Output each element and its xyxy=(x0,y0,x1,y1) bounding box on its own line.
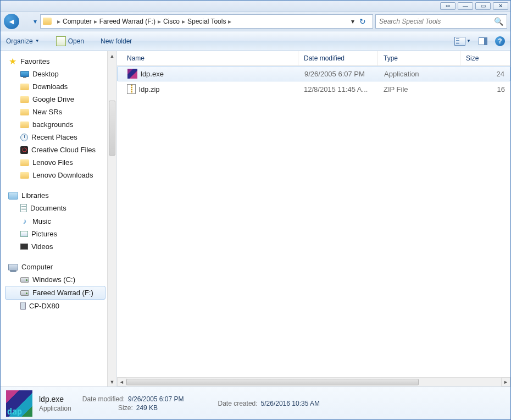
sidebar-item-label: Fareed Warrad (F:) xyxy=(32,289,93,297)
open-button[interactable]: Open xyxy=(56,36,84,46)
sidebar-item-label: Lenovo Downloads xyxy=(32,171,93,179)
sidebar-item-label: Downloads xyxy=(32,82,68,91)
sidebar-item-googledrive[interactable]: Google Drive xyxy=(5,93,116,106)
libraries-label: Libraries xyxy=(21,191,49,200)
preview-pane-button[interactable] xyxy=(479,37,487,45)
sidebar-item-lenovofiles[interactable]: Lenovo Files xyxy=(5,156,116,169)
scroll-track[interactable] xyxy=(126,378,501,386)
sidebar-item-label: Pictures xyxy=(31,230,57,238)
scroll-up-icon[interactable]: ▲ xyxy=(108,51,116,60)
file-size: 24 xyxy=(461,70,510,78)
file-row[interactable]: ldp.zip 12/8/2015 11:45 A... ZIP File 16 xyxy=(117,81,510,97)
drive-icon xyxy=(20,277,29,283)
breadcrumb-folder2[interactable]: Special Tools xyxy=(187,18,226,25)
header-name[interactable]: Name xyxy=(117,51,298,65)
header-date[interactable]: Date modified xyxy=(298,51,378,65)
newfolder-button[interactable]: New folder xyxy=(101,37,132,45)
chevron-right-icon[interactable]: ▸ xyxy=(94,18,97,25)
meta-value: 5/26/2016 10:35 AM xyxy=(261,400,320,407)
sidebar-item-videos[interactable]: Videos xyxy=(5,240,116,253)
details-created: Date created: 5/26/2016 10:35 AM xyxy=(218,400,320,407)
sidebar-item-lenovodl[interactable]: Lenovo Downloads xyxy=(5,169,116,181)
sidebar-item-label: backgrounds xyxy=(32,120,73,129)
folder-icon xyxy=(20,159,29,166)
breadcrumb-drive[interactable]: Fareed Warrad (F:) xyxy=(99,18,155,25)
desktop-icon xyxy=(20,71,29,77)
sidebar-item-backgrounds[interactable]: backgrounds xyxy=(5,118,116,131)
sidebar-item-desktop[interactable]: Desktop xyxy=(5,68,116,80)
scroll-thumb[interactable] xyxy=(126,379,419,385)
forward-button[interactable]: ► xyxy=(17,14,32,29)
computer-label: Computer xyxy=(21,263,53,271)
scroll-left-icon[interactable]: ◄ xyxy=(117,378,126,386)
organize-label: Organize xyxy=(6,37,33,45)
sidebar-item-cpdx80[interactable]: CP-DX80 xyxy=(5,300,116,312)
view-button[interactable]: ▼ xyxy=(454,37,471,46)
scroll-right-icon[interactable]: ► xyxy=(501,378,510,386)
sidebar-item-music[interactable]: ♪Music xyxy=(5,214,116,228)
sidebar-item-downloads[interactable]: Downloads xyxy=(5,80,116,93)
header-type[interactable]: Type xyxy=(378,51,460,65)
breadcrumb-folder1[interactable]: Cisco xyxy=(163,18,180,25)
sidebar-item-newsrs[interactable]: New SRs xyxy=(5,106,116,118)
help-button[interactable]: ? xyxy=(495,36,505,46)
details-filename: ldp.exe xyxy=(39,395,71,404)
sidebar-item-recent[interactable]: Recent Places xyxy=(5,131,116,143)
favorites-header[interactable]: ★ Favorites xyxy=(5,54,116,68)
chevron-down-icon: ▼ xyxy=(466,38,471,43)
file-type: ZIP File xyxy=(378,85,460,93)
search-placeholder: Search Special Tools xyxy=(379,18,441,25)
sidebar-item-label: CP-DX80 xyxy=(29,302,59,310)
nav-scrollbar[interactable]: ▲ ▼ xyxy=(107,51,116,386)
address-dropdown[interactable]: ▾ xyxy=(348,18,357,25)
file-name: ldp.exe xyxy=(141,70,164,78)
sidebar-item-creativecloud[interactable]: ❍Creative Cloud Files xyxy=(5,143,116,156)
chevron-right-icon[interactable]: ▸ xyxy=(228,18,231,25)
minimize-button[interactable]: — xyxy=(458,2,473,10)
computer-header[interactable]: Computer xyxy=(5,261,116,273)
sidebar-item-label: Lenovo Files xyxy=(32,158,73,167)
sidebar-item-f-drive[interactable]: Fareed Warrad (F:) xyxy=(5,286,105,300)
meta-value: 9/26/2005 6:07 PM xyxy=(128,395,184,403)
header-size[interactable]: Size xyxy=(460,51,510,65)
navigation-pane: ★ Favorites Desktop Downloads Google Dri… xyxy=(1,51,117,386)
file-row[interactable]: ldp.exe 9/26/2005 6:07 PM Application 24 xyxy=(117,66,510,81)
breadcrumb-bar[interactable]: ▸ Computer ▸ Fareed Warrad (F:) ▸ Cisco … xyxy=(40,14,373,29)
computer-icon xyxy=(8,264,18,270)
breadcrumb-computer[interactable]: Computer xyxy=(63,18,92,25)
column-headers: Name Date modified Type Size xyxy=(117,51,510,66)
search-input[interactable]: Search Special Tools 🔍 xyxy=(375,14,507,29)
nav-history-dropdown[interactable]: ▾ xyxy=(32,18,38,25)
documents-icon xyxy=(20,204,27,212)
refresh-button[interactable]: ↻ xyxy=(359,17,370,26)
folder-icon xyxy=(20,172,29,179)
drive-icon xyxy=(20,290,29,296)
maximize-button[interactable]: ▭ xyxy=(475,2,491,10)
sidebar-item-label: Videos xyxy=(31,242,53,251)
scroll-down-icon[interactable]: ▼ xyxy=(108,377,116,386)
sidebar-item-documents[interactable]: Documents xyxy=(5,202,116,214)
search-icon[interactable]: 🔍 xyxy=(494,17,503,26)
chevron-right-icon[interactable]: ▸ xyxy=(57,18,60,25)
chevron-right-icon[interactable]: ▸ xyxy=(182,18,185,25)
sidebar-item-c-drive[interactable]: Windows (C:) xyxy=(5,273,116,286)
sidebar-item-label: Music xyxy=(32,217,51,225)
file-list-area: Name Date modified Type Size ldp.exe 9/2… xyxy=(117,51,510,386)
meta-label: Date modified: xyxy=(82,395,125,403)
back-button[interactable]: ◄ xyxy=(4,14,19,29)
sidebar-item-pictures[interactable]: Pictures xyxy=(5,228,116,240)
scroll-thumb[interactable] xyxy=(109,101,115,156)
folder-icon xyxy=(20,84,29,90)
libraries-header[interactable]: Libraries xyxy=(5,189,116,202)
file-date: 9/26/2005 6:07 PM xyxy=(299,70,379,78)
details-pane: ldp.exe Application Date modified: 9/26/… xyxy=(1,386,510,419)
chevron-right-icon[interactable]: ▸ xyxy=(158,18,161,25)
chevron-down-icon: ▼ xyxy=(35,38,40,43)
creative-cloud-icon: ❍ xyxy=(20,146,28,154)
expand-button[interactable]: ⇔ xyxy=(440,2,456,10)
horizontal-scrollbar[interactable]: ◄ ► xyxy=(117,377,510,386)
file-type: Application xyxy=(379,70,461,78)
close-button[interactable]: ✕ xyxy=(493,2,508,10)
open-label: Open xyxy=(68,37,84,45)
organize-button[interactable]: Organize ▼ xyxy=(6,37,40,45)
